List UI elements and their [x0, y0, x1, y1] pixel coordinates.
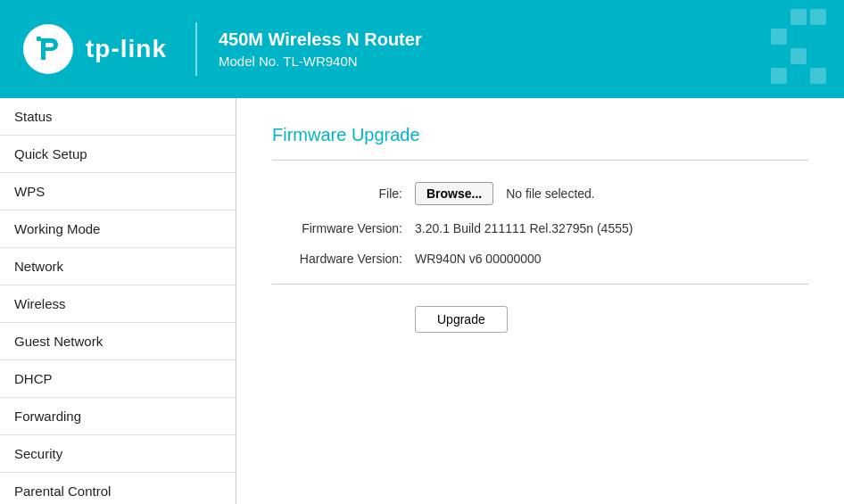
file-value: Browse... No file selected. [415, 182, 595, 205]
sidebar-item-wps[interactable]: WPS [0, 173, 236, 211]
top-divider [272, 160, 808, 161]
header: tp-link 450M Wireless N Router Model No.… [0, 0, 844, 98]
product-name: 450M Wireless N Router [219, 29, 422, 50]
hardware-version-value: WR940N v6 00000000 [415, 252, 542, 266]
page-title: Firmware Upgrade [272, 125, 808, 145]
logo: tp-link [21, 22, 167, 76]
tp-link-logo-icon [21, 22, 75, 76]
header-decoration [771, 9, 826, 84]
header-divider [195, 22, 197, 76]
firmware-version-value: 3.20.1 Build 211111 Rel.32795n (4555) [415, 221, 633, 235]
sidebar-item-network[interactable]: Network [0, 248, 236, 285]
file-label: File: [272, 186, 415, 201]
file-row: File: Browse... No file selected. [272, 182, 808, 205]
content-area: Firmware Upgrade File: Browse... No file… [236, 98, 844, 504]
header-info: 450M Wireless N Router Model No. TL-WR94… [219, 29, 422, 69]
sidebar: Status Quick Setup WPS Working Mode Netw… [0, 98, 236, 504]
model-number: Model No. TL-WR940N [219, 54, 422, 69]
sidebar-item-forwarding[interactable]: Forwarding [0, 398, 236, 435]
logo-text: tp-link [86, 35, 167, 63]
sidebar-item-security[interactable]: Security [0, 435, 236, 473]
sidebar-item-status[interactable]: Status [0, 98, 236, 136]
browse-button[interactable]: Browse... [415, 182, 493, 205]
sidebar-item-quick-setup[interactable]: Quick Setup [0, 136, 236, 173]
main-layout: Status Quick Setup WPS Working Mode Netw… [0, 98, 844, 504]
firmware-form: File: Browse... No file selected. Firmwa… [272, 182, 808, 266]
sidebar-item-wireless[interactable]: Wireless [0, 285, 236, 323]
sidebar-item-working-mode[interactable]: Working Mode [0, 211, 236, 248]
no-file-text: No file selected. [506, 186, 595, 201]
firmware-version-row: Firmware Version: 3.20.1 Build 211111 Re… [272, 221, 808, 235]
bottom-divider [272, 284, 808, 285]
hardware-version-row: Hardware Version: WR940N v6 00000000 [272, 252, 808, 266]
hardware-version-label: Hardware Version: [272, 252, 415, 266]
upgrade-button[interactable]: Upgrade [415, 306, 508, 333]
sidebar-item-guest-network[interactable]: Guest Network [0, 323, 236, 360]
sidebar-item-dhcp[interactable]: DHCP [0, 360, 236, 398]
svg-rect-1 [37, 37, 41, 41]
firmware-version-label: Firmware Version: [272, 221, 415, 235]
sidebar-item-parental-control[interactable]: Parental Control [0, 473, 236, 504]
